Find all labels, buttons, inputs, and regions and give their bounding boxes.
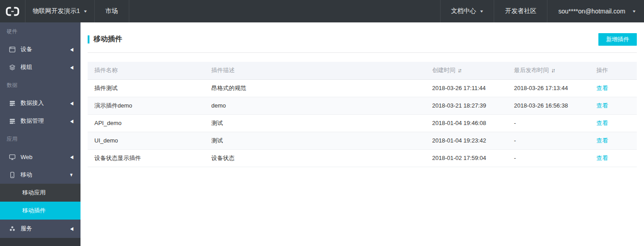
project-selector[interactable]: 物联网开发演示1 ▼ — [25, 0, 95, 22]
col-header-created: 创建时间↓↑ — [425, 62, 507, 79]
col-header-actions: 操作 — [589, 62, 637, 79]
cell-published-time: 2018-03-26 17:13:44 — [507, 79, 589, 97]
monitor-icon — [8, 153, 16, 160]
chevron-down-icon: ▼ — [83, 9, 88, 13]
device-icon — [8, 46, 16, 53]
cell-plugin-name: 插件测试 — [88, 79, 205, 97]
sidebar: 硬件 设备 ◀ 模组 ◀ 数据 数据接入 ◀ — [0, 22, 80, 246]
cell-created-time: 2018-03-21 18:27:39 — [425, 97, 507, 114]
nav-dev-community-label: 开发者社区 — [505, 7, 536, 15]
cell-plugin-desc: demo — [205, 97, 426, 114]
sidebar-item-service[interactable]: 服务 ◀ — [0, 220, 80, 237]
cell-created-time: 2018-01-02 17:59:04 — [425, 149, 507, 167]
sidebar-item-web[interactable]: Web ◀ — [0, 148, 80, 166]
col-header-desc: 插件描述 — [205, 62, 426, 79]
nav-dev-community[interactable]: 开发者社区 — [494, 0, 547, 22]
sidebar-item-web-label: Web — [21, 154, 33, 160]
database-icon — [8, 99, 16, 107]
cell-created-time: 2018-01-04 19:23:42 — [425, 132, 507, 149]
collapse-left-icon: ◀ — [70, 65, 73, 70]
account-menu[interactable]: sou****on@hotmail.com ▼ — [547, 0, 644, 22]
page-title-text: 移动插件 — [93, 35, 122, 44]
nav-docs-center-label: 文档中心 — [451, 7, 476, 15]
sidebar-item-module-label: 模组 — [21, 63, 32, 71]
page-header: 移动插件 新增插件 — [88, 22, 637, 53]
cell-plugin-name: 设备状态显示插件 — [88, 149, 205, 167]
table-row: UI_demo 测试 2018-01-04 19:23:42 - 查看 — [88, 132, 637, 149]
sidebar-subitem-mobile-app[interactable]: 移动应用 — [0, 184, 80, 202]
cell-published-time: - — [507, 132, 589, 149]
collapse-left-icon: ◀ — [70, 154, 73, 160]
cell-plugin-desc: 设备状态 — [205, 149, 426, 167]
service-cluster-icon — [8, 225, 16, 232]
account-email: sou****on@hotmail.com — [558, 8, 625, 15]
collapse-left-icon: ◀ — [70, 47, 73, 52]
table-header-row: 插件名称 插件描述 创建时间↓↑ 最后发布时间↓↑ 操作 — [88, 62, 637, 79]
collapse-left-icon: ◀ — [70, 118, 73, 124]
main-content: 移动插件 新增插件 插件名称 插件描述 创建时间↓↑ 最后 — [80, 22, 644, 246]
sidebar-section-app: 应用 — [0, 130, 80, 148]
cell-plugin-name: UI_demo — [88, 132, 205, 149]
sidebar-section-hardware: 硬件 — [0, 22, 80, 40]
brackets-logo-icon — [6, 7, 19, 16]
collapse-left-icon: ◀ — [70, 226, 73, 231]
sidebar-item-module[interactable]: 模组 ◀ — [0, 58, 80, 76]
chevron-down-icon: ▼ — [632, 9, 636, 13]
collapse-left-icon: ◀ — [70, 100, 73, 106]
sort-icon[interactable]: ↓↑ — [551, 67, 554, 73]
sidebar-item-service-label: 服务 — [21, 224, 32, 233]
view-link[interactable]: 查看 — [596, 102, 608, 109]
col-header-published: 最后发布时间↓↑ — [507, 62, 589, 79]
sidebar-item-device[interactable]: 设备 ◀ — [0, 40, 80, 58]
sidebar-item-data-mgmt-label: 数据管理 — [21, 117, 44, 125]
project-selector-label: 物联网开发演示1 — [33, 7, 80, 15]
col-header-created-label: 创建时间 — [432, 67, 455, 73]
sidebar-subitem-mobile-plugin[interactable]: 移动插件 — [0, 202, 80, 220]
nav-market-label: 市场 — [106, 7, 118, 15]
cell-plugin-name: API_demo — [88, 114, 205, 132]
cell-published-time: - — [507, 114, 589, 132]
table-row: 设备状态显示插件 设备状态 2018-01-02 17:59:04 - 查看 — [88, 149, 637, 167]
sidebar-item-data-access[interactable]: 数据接入 ◀ — [0, 94, 80, 112]
sidebar-item-mobile-label: 移动 — [21, 171, 32, 179]
alibaba-cloud-logo[interactable] — [0, 0, 25, 22]
sidebar-section-data: 数据 — [0, 76, 80, 94]
view-link[interactable]: 查看 — [596, 85, 608, 91]
title-accent-bar — [88, 35, 89, 43]
nav-market[interactable]: 市场 — [95, 0, 129, 22]
top-navbar: 物联网开发演示1 ▼ 市场 文档中心 ▼ 开发者社区 sou****on@hot… — [0, 0, 644, 22]
col-header-published-label: 最后发布时间 — [514, 67, 549, 73]
table-row: 插件测试 昂格式的规范 2018-03-26 17:11:44 2018-03-… — [88, 79, 637, 97]
database-icon — [8, 117, 16, 125]
table-row: 演示插件demo demo 2018-03-21 18:27:39 2018-0… — [88, 97, 637, 114]
page-title: 移动插件 — [88, 35, 122, 44]
cell-plugin-desc: 测试 — [205, 132, 426, 149]
sort-icon[interactable]: ↓↑ — [458, 67, 461, 73]
sidebar-item-data-mgmt[interactable]: 数据管理 ◀ — [0, 112, 80, 130]
plugin-table: 插件名称 插件描述 创建时间↓↑ 最后发布时间↓↑ 操作 插件测试 — [88, 62, 637, 167]
cell-published-time: 2018-03-26 16:56:38 — [507, 97, 589, 114]
cell-created-time: 2018-03-26 17:11:44 — [425, 79, 507, 97]
table-row: API_demo 测试 2018-01-04 19:46:08 - 查看 — [88, 114, 637, 132]
plugin-table-wrap: 插件名称 插件描述 创建时间↓↑ 最后发布时间↓↑ 操作 插件测试 — [88, 62, 637, 167]
sidebar-item-device-label: 设备 — [21, 45, 32, 53]
sidebar-item-mobile[interactable]: 移动 ▼ — [0, 166, 80, 184]
chevron-down-icon: ▼ — [479, 9, 483, 13]
view-link[interactable]: 查看 — [596, 120, 608, 126]
view-link[interactable]: 查看 — [596, 155, 608, 161]
navbar-right: 文档中心 ▼ 开发者社区 sou****on@hotmail.com ▼ — [440, 0, 644, 22]
cell-plugin-name: 演示插件demo — [88, 97, 205, 114]
sidebar-bottom-strip — [0, 238, 80, 246]
view-link[interactable]: 查看 — [596, 137, 608, 144]
module-layers-icon — [8, 64, 16, 71]
expand-down-icon: ▼ — [69, 172, 73, 177]
nav-docs-center[interactable]: 文档中心 ▼ — [440, 0, 494, 22]
cell-plugin-desc: 测试 — [205, 114, 426, 132]
cell-plugin-desc: 昂格式的规范 — [205, 79, 426, 97]
sidebar-item-data-access-label: 数据接入 — [21, 99, 44, 107]
smartphone-icon — [8, 171, 16, 178]
cell-created-time: 2018-01-04 19:46:08 — [425, 114, 507, 132]
add-plugin-button[interactable]: 新增插件 — [598, 33, 637, 46]
cell-published-time: - — [507, 149, 589, 167]
col-header-name: 插件名称 — [88, 62, 205, 79]
